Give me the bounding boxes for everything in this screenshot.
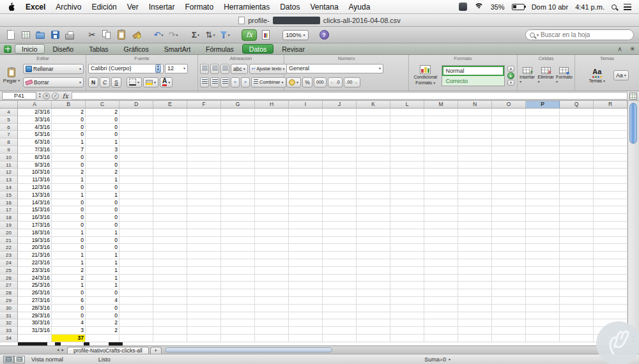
row-header-14[interactable]: 14 <box>0 184 18 192</box>
cell-q14[interactable] <box>560 184 594 192</box>
cell-e21[interactable] <box>153 237 187 245</box>
cell-i7[interactable] <box>289 131 323 139</box>
cell-c12[interactable]: 2 <box>86 169 119 176</box>
cell-k23[interactable] <box>357 252 390 259</box>
column-header-h[interactable]: H <box>255 101 289 108</box>
cell-p34[interactable] <box>526 335 560 342</box>
cell-p24[interactable] <box>526 259 560 267</box>
row-header-20[interactable]: 20 <box>0 229 18 237</box>
cell-e6[interactable] <box>153 124 187 132</box>
cell-q22[interactable] <box>560 244 594 252</box>
cell-o27[interactable] <box>492 282 526 289</box>
column-header-n[interactable]: N <box>458 101 492 108</box>
cell-e33[interactable] <box>153 327 187 335</box>
cell-i30[interactable] <box>289 305 323 312</box>
ribbon-tab-datos[interactable]: Datos <box>242 44 273 54</box>
cell-m13[interactable] <box>424 176 458 184</box>
cell-n24[interactable] <box>458 259 492 267</box>
menu-formato[interactable]: Formato <box>185 3 213 11</box>
cell-b16[interactable]: 0 <box>52 199 86 207</box>
menu-archivo[interactable]: Archivo <box>56 3 81 11</box>
cell-l13[interactable] <box>390 176 424 184</box>
cell-f9[interactable] <box>187 146 221 154</box>
cell-g7[interactable] <box>221 131 255 139</box>
cell-g4[interactable] <box>221 109 255 116</box>
cell-d25[interactable] <box>119 267 153 275</box>
cell-b24[interactable]: 1 <box>52 259 86 267</box>
cell-l6[interactable] <box>390 124 424 132</box>
cell-c27[interactable]: 1 <box>86 282 119 289</box>
cell-n30[interactable] <box>458 305 492 312</box>
cell-n8[interactable] <box>458 139 492 146</box>
row-header-24[interactable]: 24 <box>0 259 18 267</box>
row-header-7[interactable]: 7 <box>0 131 18 139</box>
cell-h19[interactable] <box>255 222 289 229</box>
cell-r27[interactable] <box>594 282 627 289</box>
borders-button[interactable]: ▾ <box>127 77 142 87</box>
cell-o14[interactable] <box>492 184 526 192</box>
row-header-25[interactable]: 25 <box>0 267 18 275</box>
cell-h22[interactable] <box>255 244 289 252</box>
row-header-34[interactable]: 34 <box>0 335 18 342</box>
cell-r32[interactable] <box>594 319 627 327</box>
cell-k27[interactable] <box>357 282 390 289</box>
decrease-decimal-button[interactable]: ←.0 <box>328 77 343 87</box>
cell-d7[interactable] <box>119 131 153 139</box>
cell-a26[interactable]: 24/3/16 <box>18 275 52 282</box>
cell-g27[interactable] <box>221 282 255 289</box>
font-color-button[interactable]: A▾ <box>160 77 173 87</box>
cell-c18[interactable]: 0 <box>86 214 119 222</box>
cell-q23[interactable] <box>560 252 594 259</box>
cell-r33[interactable] <box>594 327 627 335</box>
cell-l9[interactable] <box>390 146 424 154</box>
cell-n17[interactable] <box>458 206 492 214</box>
cell-g26[interactable] <box>221 275 255 282</box>
cell-c29[interactable]: 4 <box>86 297 119 305</box>
cell-k24[interactable] <box>357 259 390 267</box>
cell-r21[interactable] <box>594 237 627 245</box>
collapse-ribbon-icon[interactable]: ∧ <box>617 45 622 52</box>
cell-o20[interactable] <box>492 229 526 237</box>
cell-o31[interactable] <box>492 312 526 320</box>
align-top-button[interactable] <box>200 77 209 87</box>
cell-d32[interactable] <box>119 319 153 327</box>
cell-i12[interactable] <box>289 169 323 176</box>
cell-a7[interactable]: 5/3/16 <box>18 131 52 139</box>
cell-i28[interactable] <box>289 289 323 297</box>
cell-q27[interactable] <box>560 282 594 289</box>
menu-insertar[interactable]: Insertar <box>149 3 175 11</box>
cell-f30[interactable] <box>187 305 221 312</box>
cell-b30[interactable]: 0 <box>52 305 86 312</box>
cell-p16[interactable] <box>526 199 560 207</box>
cell-c34[interactable] <box>86 335 119 342</box>
cell-r16[interactable] <box>594 199 627 207</box>
cell-q34[interactable] <box>560 335 594 342</box>
cell-m29[interactable] <box>424 297 458 305</box>
cell-l28[interactable] <box>390 289 424 297</box>
cell-o16[interactable] <box>492 199 526 207</box>
cell-k4[interactable] <box>357 109 390 116</box>
cell-i15[interactable] <box>289 192 323 199</box>
cell-q19[interactable] <box>560 222 594 229</box>
cell-d14[interactable] <box>119 184 153 192</box>
cell-o30[interactable] <box>492 305 526 312</box>
cell-p19[interactable] <box>526 222 560 229</box>
cell-j32[interactable] <box>323 319 357 327</box>
cell-c14[interactable]: 0 <box>86 184 119 192</box>
cell-a15[interactable]: 13/3/16 <box>18 192 52 199</box>
notification-center-icon[interactable] <box>624 4 631 10</box>
cell-d4[interactable] <box>119 109 153 116</box>
open-template-button[interactable] <box>20 29 31 41</box>
cell-l25[interactable] <box>390 267 424 275</box>
row-header-10[interactable]: 10 <box>0 154 18 162</box>
cell-h24[interactable] <box>255 259 289 267</box>
cell-i13[interactable] <box>289 176 323 184</box>
cell-l24[interactable] <box>390 259 424 267</box>
cell-m16[interactable] <box>424 199 458 207</box>
italic-button[interactable]: C <box>100 77 110 87</box>
app-menu-excel[interactable]: Excel <box>26 3 45 11</box>
cell-q11[interactable] <box>560 162 594 169</box>
style-option-normal[interactable]: Normal <box>442 66 504 76</box>
cell-h25[interactable] <box>255 267 289 275</box>
align-center-button[interactable] <box>210 64 219 74</box>
